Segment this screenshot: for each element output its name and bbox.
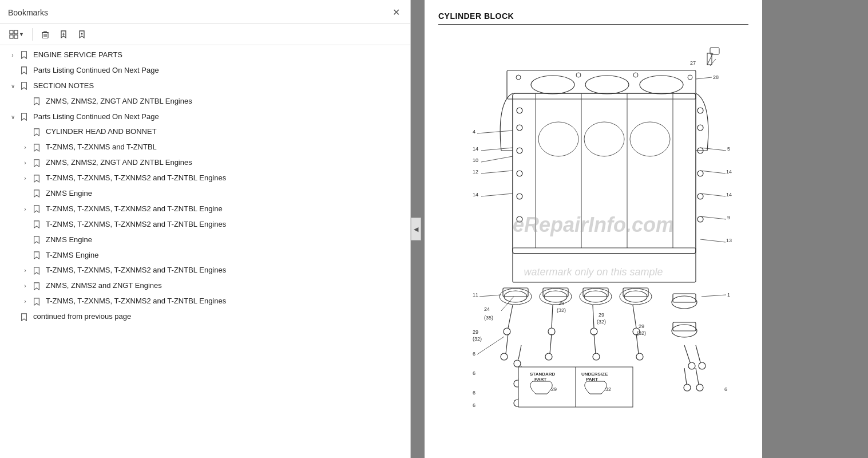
bookmark-item[interactable]: ›T-ZNMS, T-ZXNMS and T-ZNTBL xyxy=(0,140,410,155)
svg-text:4: 4 xyxy=(473,129,475,135)
svg-point-32 xyxy=(517,108,522,113)
grid-button[interactable]: ▼ xyxy=(6,27,27,41)
svg-rect-50 xyxy=(543,288,568,297)
svg-text:STANDARD: STANDARD xyxy=(530,372,556,377)
svg-point-70 xyxy=(593,353,600,360)
bookmark-item[interactable]: ∨SECTION NOTES xyxy=(0,78,410,94)
svg-text:9: 9 xyxy=(727,215,730,220)
bookmark-label: T-ZNMS, T-ZXNMS and T-ZNTBL xyxy=(46,143,407,152)
svg-text:28: 28 xyxy=(713,74,719,80)
no-expand-icon xyxy=(21,251,30,260)
svg-point-41 xyxy=(697,171,703,176)
bookmark-item[interactable]: ›ENGINE SERVICE PARTS xyxy=(0,48,410,63)
bookmark-icon xyxy=(32,189,41,198)
svg-point-18 xyxy=(516,75,521,80)
bookmark-label: continued from previous page xyxy=(33,312,407,322)
svg-line-65 xyxy=(506,334,508,354)
svg-line-81 xyxy=(684,368,687,384)
expand-icon[interactable]: › xyxy=(21,204,30,214)
bookmark-item[interactable]: CYLINDER HEAD AND BONNET xyxy=(0,124,410,140)
toolbar-separator xyxy=(32,28,33,41)
svg-line-83 xyxy=(696,368,699,384)
svg-text:11: 11 xyxy=(473,292,478,298)
bookmark-icon xyxy=(19,112,29,121)
bookmark-item[interactable]: ›ZNMS, ZNMS2, ZNGT AND ZNTBL Engines xyxy=(0,155,410,171)
bookmark-label: T-ZNMS, T-ZXNMS, T-ZXNMS2 and T-ZNTBL En… xyxy=(46,173,407,183)
bookmark-item[interactable]: continued from previous page xyxy=(0,309,410,325)
svg-text:24: 24 xyxy=(484,306,490,312)
svg-point-68 xyxy=(545,353,552,360)
expand-icon[interactable]: › xyxy=(21,143,30,152)
svg-text:6: 6 xyxy=(473,370,475,376)
bookmark-item[interactable]: ZNMS Engine xyxy=(0,186,410,202)
svg-text:6: 6 xyxy=(473,402,475,408)
bookmark-label: CYLINDER HEAD AND BONNET xyxy=(46,127,407,137)
bookmark-item[interactable]: ›T-ZNMS, T-ZXNMS, T-ZXNMS2 and T-ZNTBL E… xyxy=(0,171,410,186)
svg-line-114 xyxy=(696,77,712,79)
bookmark-icon xyxy=(32,204,41,214)
svg-point-21 xyxy=(633,73,638,77)
svg-rect-13 xyxy=(513,93,696,254)
svg-line-104 xyxy=(700,171,726,173)
expand-icon[interactable]: › xyxy=(21,282,30,291)
bookmark-icon xyxy=(19,81,29,90)
svg-point-16 xyxy=(585,76,629,94)
svg-line-71 xyxy=(636,334,639,354)
expand-icon[interactable]: › xyxy=(21,297,30,306)
svg-point-33 xyxy=(517,125,522,131)
bookmark-label: ZNMS, ZNMS2, ZNGT AND ZNTBL Engines xyxy=(46,158,407,168)
expand-icon[interactable]: › xyxy=(21,159,30,168)
svg-point-43 xyxy=(697,216,703,222)
svg-text:(32): (32) xyxy=(637,330,646,336)
svg-line-69 xyxy=(594,334,596,354)
svg-rect-44 xyxy=(513,248,696,282)
svg-point-31 xyxy=(630,122,670,156)
expand-icon[interactable]: › xyxy=(21,266,30,275)
bookmarks-list: ›ENGINE SERVICE PARTSParts Listing Conti… xyxy=(0,45,410,458)
bookmark-item[interactable]: ›T-ZNMS, T-ZXNMS, T-ZXNMS2 and T-ZNTBL E… xyxy=(0,263,410,278)
collapse-icon[interactable]: ∨ xyxy=(8,112,17,121)
bookmark-item[interactable]: ∨Parts Listing Continued On Next Page xyxy=(0,109,410,125)
bookmark-icon xyxy=(19,66,29,75)
bookmark-props-button[interactable] xyxy=(74,27,90,41)
bookmark-label: ZNMS Engine xyxy=(46,235,407,245)
svg-point-35 xyxy=(517,171,522,176)
add-bookmark-icon xyxy=(59,30,68,39)
svg-line-63 xyxy=(633,305,636,328)
bookmark-item[interactable]: ›T-ZNMS, T-ZXNMS, T-ZXNMS2 and T-ZNTBL E… xyxy=(0,202,410,217)
bookmark-item[interactable]: ›ZNMS, ZNMS2 and ZNGT Engines xyxy=(0,278,410,294)
svg-line-79 xyxy=(696,345,700,362)
svg-point-29 xyxy=(538,122,578,156)
bookmarks-panel: Bookmarks ✕ ▼ xyxy=(0,0,411,458)
collapse-icon[interactable]: ∨ xyxy=(8,81,17,90)
delete-button[interactable] xyxy=(37,27,53,41)
bookmark-icon xyxy=(32,282,41,291)
svg-text:29: 29 xyxy=(558,301,564,306)
dropdown-arrow-icon: ▼ xyxy=(19,31,24,37)
bookmark-item[interactable]: T-ZNMS Engine xyxy=(0,248,410,263)
svg-line-129 xyxy=(701,295,726,297)
bookmark-icon xyxy=(19,50,29,60)
svg-point-36 xyxy=(517,194,522,199)
expand-icon[interactable]: › xyxy=(21,174,30,183)
bookmark-item[interactable]: ›T-ZNMS, T-ZXNMS, T-ZXNMS2 and T-ZNTBL E… xyxy=(0,294,410,309)
no-expand-icon xyxy=(21,128,30,137)
bookmark-item[interactable]: T-ZNMS, T-ZXNMS, T-ZXNMS2 and T-ZNTBL En… xyxy=(0,217,410,232)
bookmark-item[interactable]: ZNMS, ZNMS2, ZNGT AND ZNTBL Engines xyxy=(0,94,410,109)
collapse-panel-button[interactable]: ◀ xyxy=(411,218,421,240)
add-bookmark-button[interactable] xyxy=(56,27,72,41)
close-button[interactable]: ✕ xyxy=(390,6,402,19)
svg-point-38 xyxy=(697,108,703,113)
expand-icon[interactable]: › xyxy=(8,50,17,60)
svg-rect-76 xyxy=(673,322,696,331)
document-page: CYLINDER BLOCK eRepairInfo.com watermark… xyxy=(425,0,762,458)
bookmark-item[interactable]: Parts Listing Continued On Next Page xyxy=(0,63,410,78)
bookmark-label: T-ZNMS Engine xyxy=(46,251,407,260)
bookmark-label: SECTION NOTES xyxy=(33,81,407,91)
svg-point-37 xyxy=(517,216,522,222)
svg-line-57 xyxy=(508,305,513,328)
bookmark-item[interactable]: ZNMS Engine xyxy=(0,232,410,248)
svg-text:(32): (32) xyxy=(557,307,566,313)
diagram-area: eRepairInfo.com watermark only on this s… xyxy=(438,30,748,420)
bookmark-label: T-ZNMS, T-ZXNMS, T-ZXNMS2 and T-ZNTBL En… xyxy=(46,297,407,306)
